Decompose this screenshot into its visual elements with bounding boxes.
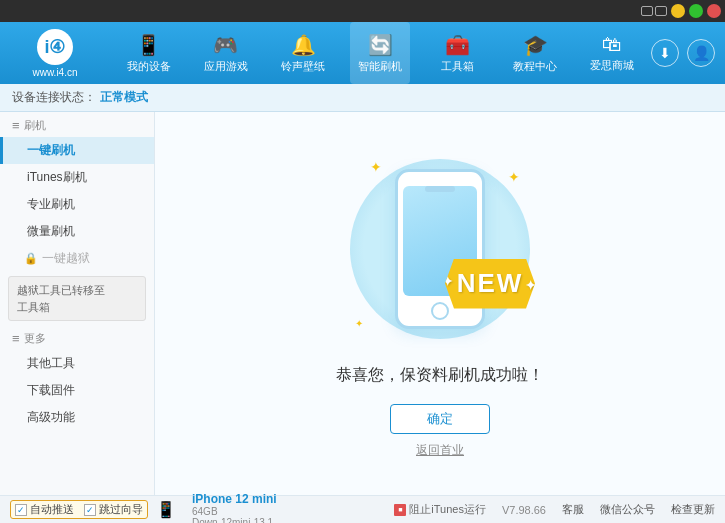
nav-app-games[interactable]: 🎮 应用游戏: [196, 22, 256, 84]
skip-wizard-checkbox[interactable]: ✓ 跳过向导: [84, 502, 143, 517]
sidebar-item-itunes-flash[interactable]: iTunes刷机: [0, 164, 154, 191]
device-storage: 64GB: [192, 506, 277, 517]
my-device-icon: 📱: [136, 33, 161, 57]
sidebar-item-jailbreak: 🔒 一键越狱: [0, 245, 154, 272]
new-label: NEW: [457, 268, 524, 299]
window-restore2-icon[interactable]: [655, 6, 667, 16]
minimize-button[interactable]: ─: [671, 4, 685, 18]
more-section-label: 更多: [24, 331, 46, 346]
customer-service-link[interactable]: 客服: [562, 502, 584, 517]
header-right: ⬇ 👤: [651, 39, 725, 67]
phone-notch: [425, 186, 455, 192]
other-tools-label: 其他工具: [27, 356, 75, 370]
jailbreak-note-text: 越狱工具已转移至工具箱: [17, 284, 105, 313]
flash-section-label: 刷机: [24, 118, 46, 133]
status-label: 设备连接状态：: [12, 89, 96, 106]
ringtones-icon: 🔔: [291, 33, 316, 57]
nav-ringtones[interactable]: 🔔 铃声壁纸: [273, 22, 333, 84]
nav-imore-label: 爱思商城: [590, 58, 634, 73]
sidebar-item-other-tools[interactable]: 其他工具: [0, 350, 154, 377]
sidebar-item-save-flash[interactable]: 微量刷机: [0, 218, 154, 245]
stop-icon: ■: [394, 504, 406, 516]
more-section-icon: ≡: [12, 331, 20, 346]
back-link[interactable]: 返回首业: [416, 442, 464, 459]
jailbreak-label: 一键越狱: [42, 250, 90, 267]
header: i④ www.i4.cn 📱 我的设备 🎮 应用游戏 🔔 铃声壁纸 🔄 智能刷机…: [0, 22, 725, 84]
status-bar: 设备连接状态： 正常模式: [0, 84, 725, 112]
titlebar: ─ □ ✕: [0, 0, 725, 22]
logo-icon: i④: [37, 29, 73, 65]
one-key-flash-label: 一键刷机: [27, 143, 75, 157]
download-firmware-label: 下载固件: [27, 383, 75, 397]
device-icon: 📱: [156, 500, 176, 519]
nav-tutorial-label: 教程中心: [513, 59, 557, 74]
confirm-button[interactable]: 确定: [390, 404, 490, 434]
maximize-button[interactable]: □: [689, 4, 703, 18]
pro-flash-label: 专业刷机: [27, 197, 75, 211]
auto-push-label: 自动推送: [30, 502, 74, 517]
jailbreak-note: 越狱工具已转移至工具箱: [8, 276, 146, 321]
window-restore-icon[interactable]: [641, 6, 653, 16]
sparkle-top-right: ✦: [508, 169, 520, 185]
logo-area: i④ www.i4.cn: [0, 29, 110, 78]
sidebar-item-download-firmware[interactable]: 下载固件: [0, 377, 154, 404]
flash-section-icon: ≡: [12, 118, 20, 133]
sidebar-item-advanced[interactable]: 高级功能: [0, 404, 154, 431]
sparkle-bottom-left: ✦: [355, 318, 363, 329]
more-section-title: ≡ 更多: [0, 325, 154, 350]
nav-bar: 📱 我的设备 🎮 应用游戏 🔔 铃声壁纸 🔄 智能刷机 🧰 工具箱 🎓 教程中心…: [110, 22, 651, 84]
bottom-right: ■ 阻止iTunes运行 V7.98.66 客服 微信公众号 检查更新: [394, 502, 715, 517]
device-name: iPhone 12 mini: [192, 492, 277, 506]
toolbox-icon: 🧰: [445, 33, 470, 57]
skip-wizard-label: 跳过向导: [99, 502, 143, 517]
download-button[interactable]: ⬇: [651, 39, 679, 67]
auto-push-checkbox[interactable]: ✓ 自动推送: [15, 502, 74, 517]
logo-url: www.i4.cn: [32, 67, 77, 78]
sparkle-top-left: ✦: [370, 159, 382, 175]
sidebar: ≡ 刷机 一键刷机 iTunes刷机 专业刷机 微量刷机 🔒 一键越狱 越狱工具…: [0, 112, 155, 495]
nav-smart-flash[interactable]: 🔄 智能刷机: [350, 22, 410, 84]
new-banner: ✦ NEW ✦: [445, 259, 535, 319]
nav-app-games-label: 应用游戏: [204, 59, 248, 74]
tutorial-icon: 🎓: [523, 33, 548, 57]
lock-icon: 🔒: [24, 252, 38, 265]
user-button[interactable]: 👤: [687, 39, 715, 67]
nav-imore[interactable]: 🛍 爱思商城: [582, 22, 642, 84]
stop-itunes-button[interactable]: ■ 阻止iTunes运行: [394, 502, 486, 517]
nav-toolbox[interactable]: 🧰 工具箱: [428, 22, 488, 84]
flash-section-title: ≡ 刷机: [0, 112, 154, 137]
content-area: ✦ NEW ✦ ✦ ✦ ✦ 恭喜您，保资料刷机成功啦！ 确定 返回首业: [155, 112, 725, 495]
skip-wizard-checkbox-box[interactable]: ✓: [84, 504, 96, 516]
checkbox-group: ✓ 自动推送 ✓ 跳过向导: [10, 500, 148, 519]
bottom-left: ✓ 自动推送 ✓ 跳过向导 📱 iPhone 12 mini 64GB Down…: [10, 492, 394, 524]
nav-ringtones-label: 铃声壁纸: [281, 59, 325, 74]
sidebar-item-one-key-flash[interactable]: 一键刷机: [0, 137, 154, 164]
nav-my-device[interactable]: 📱 我的设备: [119, 22, 179, 84]
wechat-link[interactable]: 微信公众号: [600, 502, 655, 517]
device-info: iPhone 12 mini 64GB Down-12mini-13,1: [192, 492, 277, 524]
save-flash-label: 微量刷机: [27, 224, 75, 238]
nav-my-device-label: 我的设备: [127, 59, 171, 74]
nav-tutorial[interactable]: 🎓 教程中心: [505, 22, 565, 84]
nav-toolbox-label: 工具箱: [441, 59, 474, 74]
new-ribbon-text: ✦ NEW ✦: [445, 259, 535, 309]
sidebar-item-pro-flash[interactable]: 专业刷机: [0, 191, 154, 218]
status-value: 正常模式: [100, 89, 148, 106]
device-model: Down-12mini-13,1: [192, 517, 277, 524]
close-button[interactable]: ✕: [707, 4, 721, 18]
success-illustration: ✦ NEW ✦ ✦ ✦ ✦: [340, 149, 540, 349]
main-layout: ≡ 刷机 一键刷机 iTunes刷机 专业刷机 微量刷机 🔒 一键越狱 越狱工具…: [0, 112, 725, 495]
itunes-flash-label: iTunes刷机: [27, 170, 87, 184]
smart-flash-icon: 🔄: [368, 33, 393, 57]
advanced-label: 高级功能: [27, 410, 75, 424]
app-games-icon: 🎮: [213, 33, 238, 57]
success-text: 恭喜您，保资料刷机成功啦！: [336, 365, 544, 386]
auto-push-checkbox-box[interactable]: ✓: [15, 504, 27, 516]
nav-smart-flash-label: 智能刷机: [358, 59, 402, 74]
bottom-bar: ✓ 自动推送 ✓ 跳过向导 📱 iPhone 12 mini 64GB Down…: [0, 495, 725, 523]
check-update-link[interactable]: 检查更新: [671, 502, 715, 517]
stop-itunes-label: 阻止iTunes运行: [409, 502, 486, 517]
imore-icon: 🛍: [602, 33, 622, 56]
version-label: V7.98.66: [502, 504, 546, 516]
